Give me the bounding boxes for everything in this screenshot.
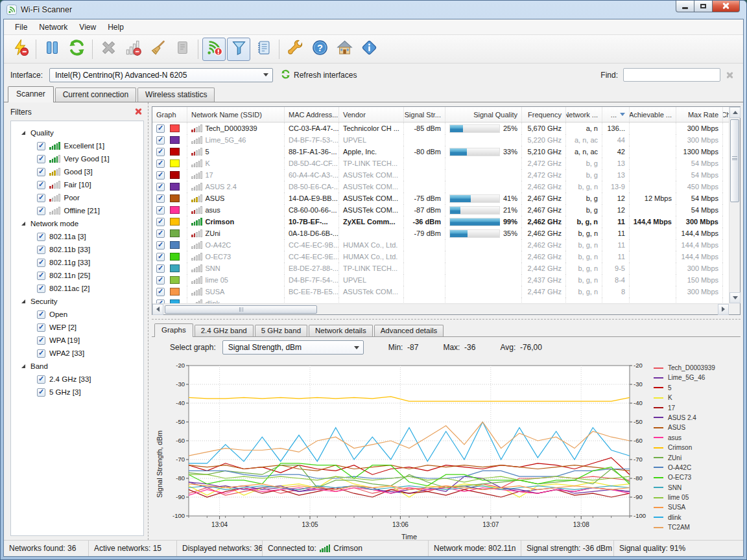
checkbox[interactable] (37, 310, 45, 319)
column-header-ssid[interactable]: Network Name (SSID) (187, 107, 285, 122)
checkbox[interactable] (37, 375, 45, 384)
filter-item-poor[interactable]: Poor (14, 191, 141, 204)
scroll-left-icon[interactable] (152, 304, 163, 315)
details-tab-network-details[interactable]: Network details (309, 325, 373, 336)
checkbox[interactable] (156, 194, 165, 203)
checkbox[interactable] (37, 259, 45, 267)
checkbox[interactable] (156, 253, 165, 261)
inactive-networks-button[interactable] (202, 38, 226, 61)
checkbox[interactable] (156, 264, 165, 273)
network-row-o-ec73[interactable]: O-EC73CC-4E-EC-9E...HUMAX Co., Ltd.2,462… (152, 251, 729, 262)
checkbox[interactable] (37, 246, 45, 254)
network-row-17[interactable]: 1760-A4-4C-A3-...ASUSTek COM...2,472 GHz… (152, 169, 729, 181)
filter-item-offline-21[interactable]: Offline [21] (14, 204, 141, 217)
checkbox[interactable] (37, 323, 45, 332)
scroll-down-icon[interactable] (729, 292, 741, 303)
interface-select[interactable]: Intel(R) Centrino(R) Advanced-N 6205 (49, 68, 273, 82)
horizontal-scroll-thumb[interactable] (165, 305, 317, 314)
column-header-channel[interactable]: ... (602, 107, 630, 122)
filter-item-good-3[interactable]: Good [3] (14, 165, 141, 178)
copy-button[interactable] (171, 38, 194, 61)
filter-group-network-mode[interactable]: Network mode (14, 217, 141, 230)
filter-group-security[interactable]: Security (14, 295, 141, 308)
clear-find-icon[interactable] (726, 69, 733, 81)
delete-button[interactable] (97, 38, 120, 61)
column-header-signal[interactable]: Signal Str... (404, 107, 445, 122)
filter-item-very-good-1[interactable]: Very Good [1] (14, 152, 141, 165)
vertical-scrollbar[interactable] (729, 107, 740, 303)
checkbox[interactable] (37, 207, 45, 215)
checkbox[interactable] (156, 229, 165, 238)
maximize-button[interactable] (694, 1, 713, 12)
checkbox[interactable] (37, 388, 45, 397)
help-button[interactable]: ? (308, 38, 331, 61)
filter-item-802-11ac-2[interactable]: 802.11ac [2] (14, 282, 141, 295)
network-row-asus[interactable]: ASUS14-DA-E9-BB...ASUSTek COM...-75 dBm4… (152, 192, 729, 204)
network-row-zuni[interactable]: ZUni0A-18-D6-6B-...-79 dBm35%2,462 GHzb,… (152, 228, 729, 239)
network-row-crimson[interactable]: Crimson10-7B-EF-...ZyXEL Comm...-36 dBm9… (152, 216, 729, 228)
filters-close-icon[interactable] (135, 108, 141, 117)
checkbox[interactable] (37, 349, 45, 358)
disconnect-button[interactable] (8, 38, 32, 61)
checkbox[interactable] (37, 272, 45, 280)
filter-item-open[interactable]: Open (14, 308, 141, 321)
checkbox[interactable] (156, 183, 165, 191)
column-header-freq[interactable]: Frequency (522, 107, 566, 122)
refresh-interfaces-link[interactable]: Refresh interfaces (281, 69, 357, 81)
column-header-chann2[interactable]: Chann... (723, 107, 729, 122)
tab-wireless-statistics[interactable]: Wireless statistics (137, 88, 215, 102)
checkbox[interactable] (37, 285, 45, 293)
horizontal-scrollbar[interactable] (152, 303, 729, 314)
details-tab-5-ghz-band[interactable]: 5 GHz band (255, 325, 307, 336)
filter-item-802-11g-33[interactable]: 802.11g [33] (14, 256, 141, 269)
checkbox[interactable] (156, 276, 165, 285)
menu-view[interactable]: View (73, 21, 102, 34)
menu-file[interactable]: File (9, 21, 33, 34)
rescan-button[interactable] (65, 38, 88, 61)
column-header-mode[interactable]: Network ... (566, 107, 602, 122)
network-row-5[interactable]: 588-1F-A1-36-...Apple, Inc.-80 dBm33%5,2… (152, 146, 729, 158)
minimize-button[interactable] (676, 1, 694, 12)
filter-item-802-11n-25[interactable]: 802.11n [25] (14, 269, 141, 282)
checkbox[interactable] (156, 136, 165, 145)
find-input[interactable] (623, 68, 720, 82)
checkbox[interactable] (156, 159, 165, 168)
network-row-asus-2-4[interactable]: ASUS 2.4D8-50-E6-CA-...ASUSTek COM...2,4… (152, 181, 729, 192)
network-row-lime-05[interactable]: lime 05D4-BF-7F-54-...UPVEL2,437 GHzb, g… (152, 274, 729, 286)
home-button[interactable] (333, 38, 356, 61)
details-tab-advanced-details[interactable]: Advanced details (374, 325, 444, 336)
filter-button[interactable] (227, 38, 250, 61)
checkbox[interactable] (156, 288, 165, 296)
vertical-scroll-thumb[interactable] (730, 119, 739, 202)
checkbox[interactable] (37, 168, 45, 176)
details-tab-2-4-ghz-band[interactable]: 2.4 GHz band (195, 325, 254, 336)
network-row-asus[interactable]: asusC8-60-00-66-...ASUSTek COM...-87 dBm… (152, 204, 729, 216)
remove-network-button[interactable] (121, 38, 145, 61)
checkbox[interactable] (156, 124, 165, 133)
checkbox[interactable] (156, 171, 165, 180)
settings-button[interactable] (283, 38, 307, 61)
column-header-vendor[interactable]: Vendor (339, 107, 404, 122)
checkbox[interactable] (156, 218, 165, 226)
scroll-up-icon[interactable] (729, 107, 741, 118)
network-row-snn[interactable]: SNNE8-DE-27-88-...TP-LINK TECH...2,442 G… (152, 262, 729, 274)
scroll-right-icon[interactable] (718, 304, 729, 315)
checkbox[interactable] (37, 194, 45, 202)
about-button[interactable] (357, 38, 381, 61)
network-row-dlink[interactable]: dlink (152, 298, 729, 303)
column-header-mac[interactable]: MAC Address... (285, 107, 339, 122)
checkbox[interactable] (156, 206, 165, 215)
filter-item-excellent-1[interactable]: Excellent [1] (14, 139, 141, 152)
checkbox[interactable] (37, 142, 45, 150)
column-header-graph[interactable]: Graph (152, 107, 187, 122)
column-header-achievable[interactable]: Achievable ... (630, 107, 676, 122)
network-row-lime-5g-46[interactable]: Lime_5G_46D4-BF-7F-53-...UPVEL5,220 GHza… (152, 134, 729, 146)
close-button[interactable] (712, 1, 740, 12)
filter-item-fair-10[interactable]: Fair [10] (14, 178, 141, 191)
menu-help[interactable]: Help (102, 21, 130, 34)
details-button[interactable] (252, 38, 275, 61)
filter-item-wpa-19[interactable]: WPA [19] (14, 334, 141, 347)
filter-item-2-4-ghz-33[interactable]: 2.4 GHz [33] (14, 373, 141, 386)
checkbox[interactable] (156, 241, 165, 250)
graph-select[interactable]: Signal Strength, dBm (222, 340, 364, 355)
